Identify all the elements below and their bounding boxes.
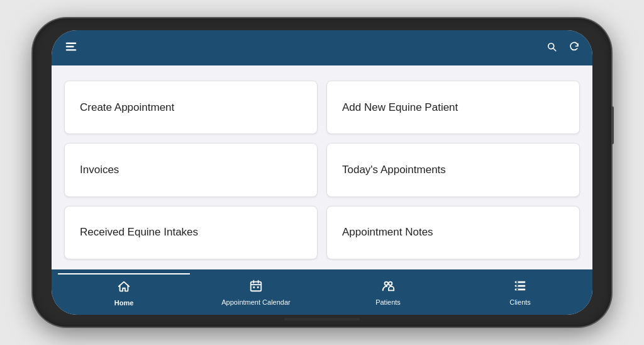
tab-clients-label: Clients	[509, 298, 531, 306]
app-content: Create Appointment Add New Equine Patien…	[52, 65, 592, 269]
create-appointment-label: Create Appointment	[80, 101, 174, 114]
invoices-label: Invoices	[80, 164, 119, 176]
received-equine-intakes-card[interactable]: Received Equine Intakes	[64, 206, 318, 259]
tab-patients-label: Patients	[375, 298, 401, 306]
clients-icon	[513, 279, 527, 297]
tab-bar: Home Appointment Calendar	[52, 269, 592, 315]
appointment-notes-card[interactable]: Appointment Notes	[326, 206, 580, 259]
app-header	[52, 30, 592, 65]
hamburger-menu-icon[interactable]	[64, 40, 78, 57]
home-icon	[117, 280, 131, 297]
todays-appointments-card[interactable]: Today's Appointments	[326, 143, 580, 196]
svg-point-11	[516, 281, 518, 283]
tab-appointment-calendar[interactable]: Appointment Calendar	[190, 274, 322, 306]
svg-rect-4	[253, 286, 255, 288]
invoices-card[interactable]: Invoices	[64, 143, 318, 196]
received-equine-intakes-label: Received Equine Intakes	[80, 226, 198, 239]
svg-rect-5	[257, 286, 259, 288]
home-indicator	[284, 318, 360, 320]
header-left	[64, 40, 78, 57]
tab-clients[interactable]: Clients	[454, 274, 586, 306]
svg-rect-1	[66, 45, 74, 47]
add-equine-patient-label: Add New Equine Patient	[342, 101, 458, 114]
appointment-notes-label: Appointment Notes	[342, 226, 433, 239]
todays-appointments-label: Today's Appointments	[342, 164, 446, 176]
refresh-icon[interactable]	[569, 41, 580, 55]
calendar-icon	[249, 279, 263, 297]
add-equine-patient-card[interactable]: Add New Equine Patient	[326, 81, 580, 134]
svg-rect-3	[251, 281, 262, 291]
phone-screen: Create Appointment Add New Equine Patien…	[52, 30, 592, 315]
patients-icon	[381, 279, 395, 297]
svg-rect-2	[66, 49, 77, 50]
svg-point-6	[385, 281, 389, 285]
svg-rect-0	[66, 42, 77, 43]
svg-point-12	[516, 285, 518, 286]
tab-home[interactable]: Home	[58, 273, 190, 307]
tab-appointment-calendar-label: Appointment Calendar	[221, 298, 290, 306]
create-appointment-card[interactable]: Create Appointment	[64, 81, 318, 134]
tab-patients[interactable]: Patients	[322, 274, 454, 306]
tab-home-label: Home	[114, 299, 134, 307]
svg-point-7	[389, 281, 392, 285]
header-right	[546, 41, 580, 55]
search-icon[interactable]	[546, 41, 557, 55]
svg-point-13	[516, 288, 518, 290]
phone-shell: Create Appointment Add New Equine Patien…	[33, 18, 611, 327]
